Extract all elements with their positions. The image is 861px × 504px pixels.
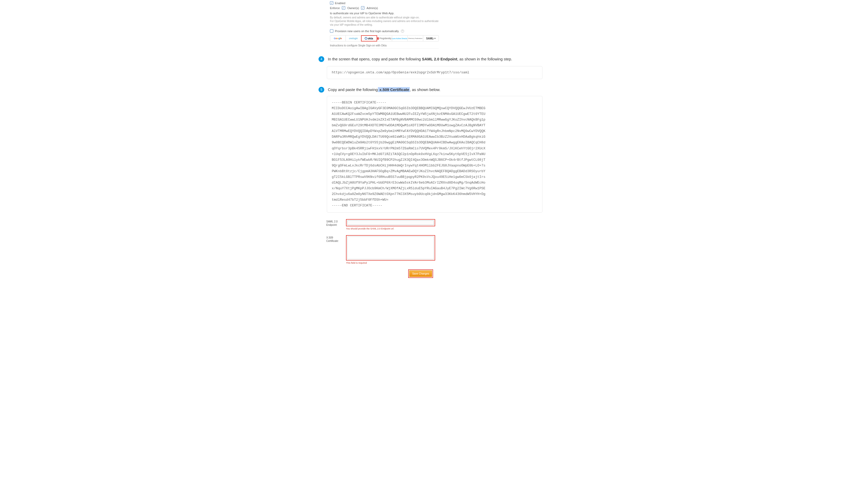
endpoint-highlight (346, 219, 435, 226)
form-screenshot: SAML 2.0 Endpoint: You should provide th… (326, 219, 435, 278)
enabled-checkbox[interactable]: ✓ (330, 1, 333, 5)
provider-ping[interactable]: PingIdentity (377, 36, 392, 41)
step-4-text: In the screen that opens, copy and paste… (328, 56, 512, 62)
provision-checkbox[interactable]: ✓ (330, 29, 333, 33)
note-2: For OpsGenie Mobile Apps, all roles incl… (330, 19, 439, 27)
note-1: By default, owners and admins are able t… (330, 16, 439, 19)
save-changes-button[interactable]: Save Changes (409, 270, 432, 277)
cert-textarea[interactable] (347, 236, 434, 259)
enforce-tail: to authenticate via your IdP to OpsGenie… (330, 12, 394, 15)
instructions-text: Instructions to configure Single Sign-on… (330, 44, 439, 47)
owner-label: Owner(s) (347, 6, 359, 10)
owner-checkbox[interactable]: ✓ (342, 6, 345, 10)
cert-field-label: X.509 Certificate: (326, 235, 342, 243)
step-5-text: Copy and paste the following x.509 Certi… (328, 87, 440, 93)
provider-okta[interactable]: okta (361, 36, 377, 41)
enforce-label: Enforce (330, 6, 340, 10)
sso-config-screenshot: ✓ Enabled Enforce ✓ Owner(s) ✓ Admin(s) … (330, 1, 439, 49)
endpoint-code[interactable]: https://opsgenie.okta.com/app/OpsGenie/e… (327, 66, 543, 79)
enabled-label: Enabled (335, 2, 345, 5)
admin-label: Admin(s) (367, 6, 378, 10)
help-icon[interactable]: ? (401, 29, 404, 33)
provider-saml[interactable]: SAML2.0 (423, 36, 439, 41)
admin-checkbox[interactable]: ✓ (361, 6, 365, 10)
provider-azure[interactable]: Azure Active Directory (392, 36, 408, 41)
save-highlight: Save Changes (408, 269, 433, 278)
certificate-code[interactable]: -----BEGIN CERTIFICATE----- MIIDoDCCAoig… (327, 96, 543, 213)
provision-label: Provision new users on the first login a… (335, 29, 399, 33)
endpoint-input[interactable] (347, 220, 434, 225)
step-4-badge: 4 (318, 56, 324, 62)
provider-onelogin[interactable]: onelogin (346, 36, 361, 41)
step-5-badge: 5 (318, 87, 324, 93)
endpoint-field-label: SAML 2.0 Endpoint: (326, 219, 342, 227)
provider-tabs: Google onelogin okta PingIdentity Azure … (330, 35, 439, 41)
provider-adfs[interactable]: Active Directory Federation Services (408, 36, 423, 41)
cert-highlight (346, 235, 435, 261)
cert-hint: This field is required (346, 262, 435, 264)
endpoint-hint: You should provide the SAML 2.0 Endpoint… (346, 227, 435, 230)
provider-google[interactable]: Google (330, 36, 346, 41)
